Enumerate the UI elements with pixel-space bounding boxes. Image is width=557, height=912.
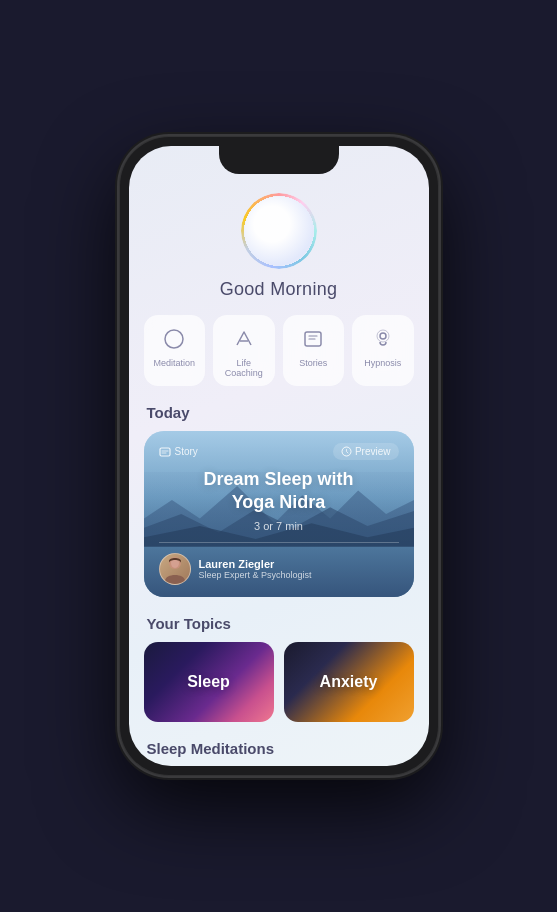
phone-notch bbox=[219, 146, 339, 174]
hypnosis-label: Hypnosis bbox=[364, 358, 401, 368]
topic-sleep[interactable]: Sleep bbox=[144, 642, 274, 722]
author-title: Sleep Expert & Psychologist bbox=[199, 570, 312, 580]
meditation-label: Meditation bbox=[153, 358, 195, 368]
rainbow-orb bbox=[244, 196, 314, 266]
author-avatar bbox=[159, 553, 191, 585]
card-content: Story Preview Dream Sleep with Yoga bbox=[144, 431, 414, 597]
life-coaching-icon bbox=[230, 325, 258, 353]
sleep-meditations-label: Sleep Meditations bbox=[129, 740, 429, 757]
card-duration: 3 or 7 min bbox=[159, 520, 399, 532]
today-section-label: Today bbox=[129, 404, 429, 421]
orb-container bbox=[129, 181, 429, 271]
meditation-icon bbox=[160, 325, 188, 353]
anxiety-topic-label: Anxiety bbox=[284, 642, 414, 722]
svg-point-0 bbox=[165, 330, 183, 348]
phone-frame: Good Morning Meditation bbox=[119, 136, 439, 776]
author-info: Lauren Ziegler Sleep Expert & Psychologi… bbox=[199, 558, 312, 580]
svg-point-3 bbox=[377, 330, 389, 342]
preview-label: Preview bbox=[355, 446, 391, 457]
card-divider bbox=[159, 542, 399, 543]
topics-section-label: Your Topics bbox=[129, 615, 429, 632]
greeting-text: Good Morning bbox=[129, 279, 429, 300]
categories-row: Meditation Life Coaching bbox=[129, 315, 429, 386]
topics-grid: Sleep Anxiety bbox=[129, 642, 429, 722]
today-card[interactable]: Story Preview Dream Sleep with Yoga bbox=[144, 431, 414, 597]
story-type-label: Story bbox=[175, 446, 198, 457]
life-coaching-label: Life Coaching bbox=[221, 358, 267, 378]
card-top-row: Story Preview bbox=[159, 443, 399, 460]
screen-content[interactable]: Good Morning Meditation bbox=[129, 146, 429, 766]
sleep-topic-label: Sleep bbox=[144, 642, 274, 722]
story-badge: Story bbox=[159, 446, 198, 458]
stories-label: Stories bbox=[299, 358, 327, 368]
phone-screen: Good Morning Meditation bbox=[129, 146, 429, 766]
category-stories[interactable]: Stories bbox=[283, 315, 345, 386]
author-name: Lauren Ziegler bbox=[199, 558, 312, 570]
preview-badge[interactable]: Preview bbox=[333, 443, 399, 460]
category-meditation[interactable]: Meditation bbox=[144, 315, 206, 386]
stories-icon bbox=[299, 325, 327, 353]
category-hypnosis[interactable]: Hypnosis bbox=[352, 315, 414, 386]
hypnosis-icon bbox=[369, 325, 397, 353]
card-title: Dream Sleep with Yoga Nidra bbox=[159, 468, 399, 515]
topic-anxiety[interactable]: Anxiety bbox=[284, 642, 414, 722]
svg-rect-5 bbox=[160, 448, 170, 456]
svg-point-2 bbox=[380, 333, 386, 339]
card-author: Lauren Ziegler Sleep Expert & Psychologi… bbox=[159, 553, 399, 597]
category-life-coaching[interactable]: Life Coaching bbox=[213, 315, 275, 386]
